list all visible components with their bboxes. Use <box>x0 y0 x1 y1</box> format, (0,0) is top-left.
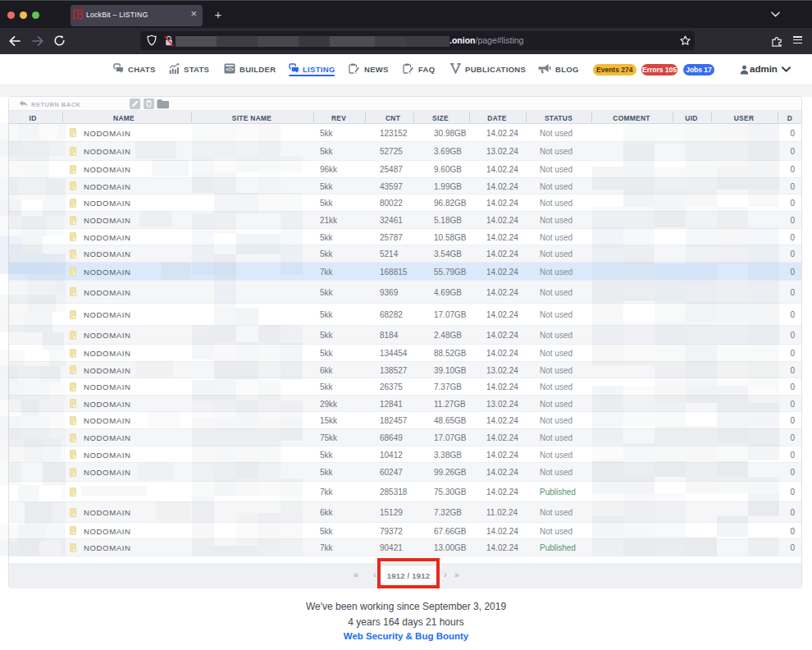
svg-text:</>: </> <box>226 66 234 72</box>
